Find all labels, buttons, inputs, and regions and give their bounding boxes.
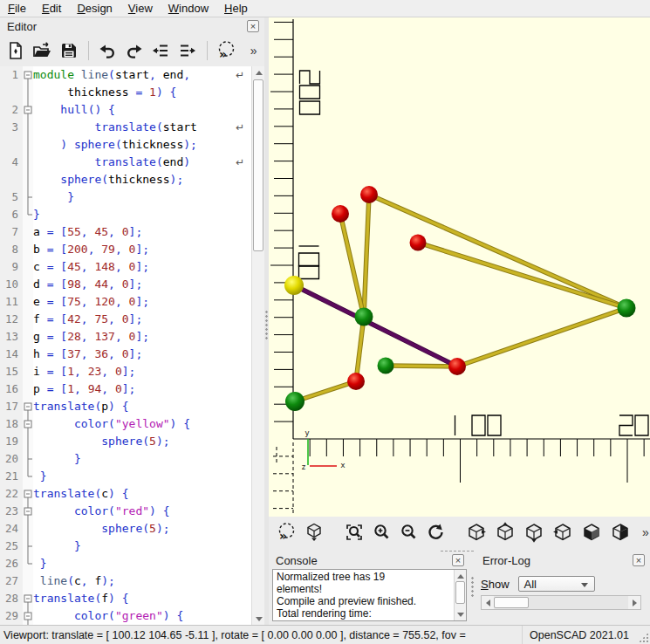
code-row[interactable]: 9c = [45, 148, 0];	[0, 258, 251, 276]
code-row[interactable]: 25 }	[0, 538, 251, 555]
code-row[interactable]: 19 sphere(5);	[0, 433, 251, 450]
menu-view[interactable]: View	[120, 0, 161, 17]
fold-margin[interactable]	[23, 485, 33, 503]
fold-margin[interactable]	[23, 136, 33, 154]
fold-margin[interactable]	[23, 607, 33, 625]
view-left-button[interactable]	[552, 521, 573, 544]
code-row[interactable]: 23 color("red") {	[0, 503, 251, 520]
view-bottom-button[interactable]	[523, 521, 544, 544]
show-filter-select[interactable]: All	[518, 576, 595, 592]
fold-margin[interactable]	[23, 101, 33, 119]
scrollbar-thumb[interactable]	[253, 79, 263, 251]
zoom-all-button[interactable]	[345, 521, 364, 544]
fold-margin[interactable]	[23, 450, 33, 468]
menu-file[interactable]: File	[0, 0, 34, 17]
open-file-button[interactable]	[32, 39, 53, 63]
render-button[interactable]	[304, 521, 324, 544]
fold-margin[interactable]	[23, 84, 33, 101]
code-row[interactable]: 17translate(p) {	[0, 398, 251, 415]
fold-margin[interactable]	[23, 154, 33, 171]
code-row[interactable]: 20 }	[0, 450, 251, 468]
console-errorlog-splitter[interactable]	[469, 552, 476, 625]
editor-toolbar-overflow-button[interactable]: »	[243, 39, 264, 63]
console-scrollbar[interactable]	[454, 570, 466, 620]
viewport-canvas[interactable]: xyz	[269, 17, 650, 517]
code-row[interactable]: 7a = [55, 45, 0];	[0, 223, 251, 241]
code-row[interactable]: 14h = [37, 36, 0];	[0, 346, 251, 363]
code-row[interactable]: 2 hull() {	[0, 101, 251, 119]
scroll-right-icon[interactable]	[628, 596, 640, 609]
code-row[interactable]: 6}	[0, 206, 251, 223]
fold-margin[interactable]	[23, 590, 33, 607]
menu-edit[interactable]: Edit	[34, 0, 69, 17]
editor-close-icon[interactable]: ×	[247, 20, 259, 32]
unindent-button[interactable]	[151, 39, 172, 63]
fold-margin[interactable]	[23, 555, 33, 572]
indent-button[interactable]	[177, 39, 198, 63]
code-row[interactable]: sphere(thickness);	[0, 171, 251, 188]
viewport-3d[interactable]: xyz	[269, 17, 650, 517]
code-row[interactable]: 12f = [42, 75, 0];	[0, 311, 251, 328]
redo-button[interactable]	[124, 39, 145, 63]
menu-design[interactable]: Design	[69, 0, 120, 17]
code-row[interactable]: 3 translate(start↵	[0, 119, 251, 136]
fold-margin[interactable]	[23, 468, 33, 485]
code-row[interactable]: 4 translate(end)↵	[0, 154, 251, 171]
error-log-close-icon[interactable]: ×	[633, 554, 645, 566]
fold-margin[interactable]	[23, 119, 33, 136]
scrollbar-thumb[interactable]	[455, 581, 465, 604]
fold-margin[interactable]	[23, 415, 33, 433]
code-row[interactable]: 18 color("yellow") {	[0, 415, 251, 433]
code-row[interactable]: 13g = [28, 137, 0];	[0, 328, 251, 346]
scroll-down-icon[interactable]	[252, 613, 264, 625]
code-row[interactable]: thickness = 1) {	[0, 84, 251, 101]
code-row[interactable]: 5 }	[0, 188, 251, 206]
reset-view-button[interactable]	[426, 521, 445, 544]
error-log-horizontal-scrollbar[interactable]	[481, 595, 641, 610]
code-row[interactable]: 16p = [1, 94, 0];	[0, 380, 251, 398]
preview-button[interactable]: »	[216, 39, 236, 63]
code-editor[interactable]: 1module line(start, end,↵ thickness = 1)…	[0, 66, 264, 625]
preview-button[interactable]: »	[276, 521, 297, 544]
code-row[interactable]: 27 line(c, f);	[0, 572, 251, 590]
code-row[interactable]: ) sphere(thickness);	[0, 136, 251, 154]
scroll-down-icon[interactable]	[455, 608, 466, 620]
fold-margin[interactable]	[23, 171, 33, 188]
code-row[interactable]: 26 }	[0, 555, 251, 572]
console-close-icon[interactable]: ×	[452, 554, 464, 566]
new-file-button[interactable]	[5, 39, 26, 63]
view-right-button[interactable]	[466, 521, 487, 544]
menu-window[interactable]: Window	[161, 0, 216, 17]
scrollbar-thumb[interactable]	[494, 597, 529, 608]
view-top-button[interactable]	[495, 521, 516, 544]
view-front-button[interactable]	[581, 521, 602, 544]
fold-margin[interactable]	[23, 188, 33, 206]
fold-margin[interactable]	[23, 538, 33, 555]
fold-margin[interactable]	[23, 398, 33, 415]
code-row[interactable]: 11e = [75, 120, 0];	[0, 293, 251, 311]
scroll-up-icon[interactable]	[455, 570, 466, 582]
undo-button[interactable]	[97, 39, 118, 63]
code-row[interactable]: 28translate(f) {	[0, 590, 251, 607]
editor-vertical-scrollbar[interactable]	[251, 66, 264, 625]
fold-margin[interactable]	[23, 520, 33, 538]
code-row[interactable]: 24 sphere(5);	[0, 520, 251, 538]
scroll-up-icon[interactable]	[252, 66, 264, 79]
code-row[interactable]: 22translate(c) {	[0, 485, 251, 503]
code-row[interactable]: 21 }	[0, 468, 251, 485]
console-output[interactable]: Normalized tree has 19elements!Compile a…	[272, 569, 467, 621]
code-row[interactable]: 15i = [1, 23, 0];	[0, 363, 251, 380]
fold-margin[interactable]	[23, 206, 33, 223]
view-back-button[interactable]	[610, 521, 631, 544]
fold-margin[interactable]	[23, 433, 33, 450]
save-file-button[interactable]	[58, 39, 79, 63]
code-row[interactable]: 10d = [98, 44, 0];	[0, 276, 251, 293]
scroll-left-icon[interactable]	[482, 596, 494, 609]
zoom-out-button[interactable]	[399, 521, 418, 544]
code-row[interactable]: 29 color("green") {	[0, 607, 251, 625]
code-row[interactable]: 8b = [200, 79, 0];	[0, 241, 251, 258]
menu-help[interactable]: Help	[216, 0, 256, 17]
fold-margin[interactable]	[23, 66, 33, 84]
viewport-toolbar-overflow-button[interactable]: »	[639, 521, 650, 544]
fold-margin[interactable]	[23, 503, 33, 520]
